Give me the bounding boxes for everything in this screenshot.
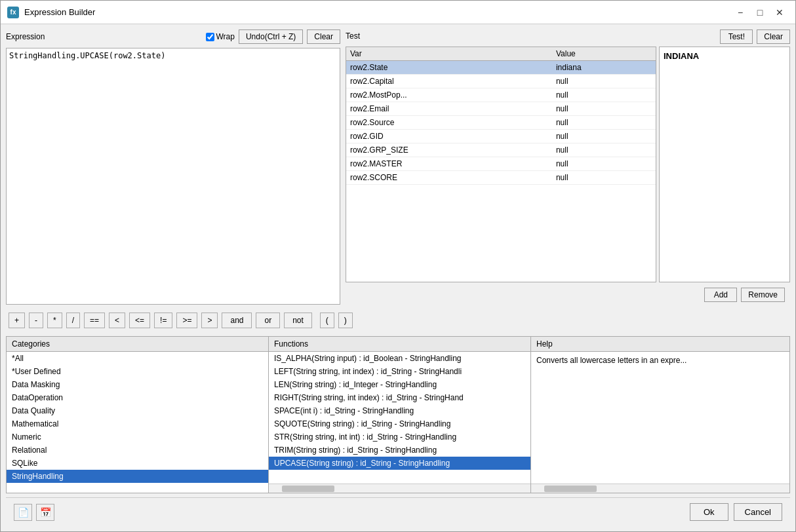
title-bar: fx Expression Builder − □ ✕: [1, 1, 795, 24]
test-panel: Test Test! Clear Var Value: [346, 29, 790, 305]
expression-textarea[interactable]: [6, 48, 340, 305]
add-button[interactable]: Add: [704, 288, 737, 302]
var-cell: row2.GID: [346, 130, 552, 143]
help-scrollbar-h[interactable]: [531, 484, 789, 493]
category-item[interactable]: Mathematical: [7, 417, 268, 430]
help-scroll-thumb-h: [544, 485, 597, 492]
test-result: INDIANA: [659, 47, 790, 282]
close-button[interactable]: ✕: [770, 5, 789, 20]
top-panels: Expression Wrap Undo(Ctrl + Z) Clear Tes: [6, 29, 790, 305]
functions-panel: Functions IS_ALPHA(String input) : id_Bo…: [269, 337, 531, 493]
op-open-paren[interactable]: (: [320, 313, 334, 328]
op-plus[interactable]: +: [9, 313, 25, 328]
op-and[interactable]: and: [222, 313, 252, 328]
table-row[interactable]: row2.Sourcenull: [346, 116, 656, 130]
function-item[interactable]: RIGHT(String string, int index) : id_Str…: [269, 391, 530, 404]
ok-button[interactable]: Ok: [690, 503, 728, 521]
categories-header: Categories: [7, 337, 268, 352]
op-eq[interactable]: ==: [84, 313, 105, 328]
undo-button[interactable]: Undo(Ctrl + Z): [239, 29, 303, 44]
var-cell: row2.State: [346, 61, 552, 75]
var-cell: row2.Capital: [346, 75, 552, 88]
op-multiply[interactable]: *: [47, 313, 62, 328]
table-row[interactable]: row2.SCOREnull: [346, 171, 656, 185]
op-ne[interactable]: !=: [154, 313, 172, 328]
category-item[interactable]: SQLike: [7, 457, 268, 470]
table-row[interactable]: row2.MASTERnull: [346, 157, 656, 171]
category-item[interactable]: *User Defined: [7, 365, 268, 378]
table-row[interactable]: row2.GRP_SIZEnull: [346, 143, 656, 157]
expression-toolbar: Wrap Undo(Ctrl + Z) Clear: [206, 29, 341, 44]
test-label: Test: [346, 31, 360, 41]
window-controls: − □ ✕: [731, 5, 789, 20]
footer: 📄 📅 Ok Cancel: [6, 497, 790, 526]
minimize-button[interactable]: −: [731, 5, 749, 20]
functions-scroll-thumb-h: [282, 485, 334, 492]
remove-button[interactable]: Remove: [741, 288, 785, 302]
test-button[interactable]: Test!: [720, 29, 753, 44]
help-header: Help: [531, 337, 789, 352]
cancel-button[interactable]: Cancel: [734, 503, 782, 521]
expression-clear-button[interactable]: Clear: [307, 29, 340, 44]
category-item[interactable]: Relational: [7, 444, 268, 457]
operators-bar: + - * / == < <= != >= > and or not ( ): [6, 309, 790, 332]
var-cell: row2.MostPop...: [346, 88, 552, 102]
icon-btn-1[interactable]: 📄: [14, 504, 32, 521]
op-gt[interactable]: >: [201, 313, 218, 328]
var-cell: row2.GRP_SIZE: [346, 143, 552, 157]
function-item[interactable]: SPACE(int i) : id_String - StringHandlin…: [269, 404, 530, 417]
function-item[interactable]: SQUOTE(String string) : id_String - Stri…: [269, 417, 530, 430]
function-item[interactable]: LEFT(String string, int index) : id_Stri…: [269, 365, 530, 378]
value-cell: null: [552, 102, 656, 116]
value-cell: null: [552, 171, 656, 185]
function-item[interactable]: LEN(String string) : id_Integer - String…: [269, 378, 530, 391]
table-row[interactable]: row2.Stateindiana: [346, 61, 656, 75]
test-table: Var Value row2.Stateindianarow2.Capitaln…: [346, 47, 656, 185]
help-panel: Help Converts all lowercase letters in a…: [531, 337, 789, 493]
functions-header: Functions: [269, 337, 530, 352]
category-item[interactable]: Data Quality: [7, 404, 268, 417]
window-icon: fx: [7, 7, 19, 18]
functions-scrollbar-h[interactable]: [269, 484, 530, 493]
bottom-panels: Categories *All*User DefinedData Masking…: [6, 336, 790, 493]
function-item[interactable]: STR(String string, int int) : id_String …: [269, 430, 530, 444]
op-minus[interactable]: -: [29, 313, 43, 328]
test-clear-button[interactable]: Clear: [757, 29, 790, 44]
main-content: Expression Wrap Undo(Ctrl + Z) Clear Tes: [1, 24, 795, 531]
op-lt[interactable]: <: [109, 313, 125, 328]
var-col-header: Var: [346, 47, 552, 61]
expression-label: Expression: [6, 32, 45, 41]
table-row[interactable]: row2.Capitalnull: [346, 75, 656, 88]
function-item[interactable]: IS_ALPHA(String input) : id_Boolean - St…: [269, 352, 530, 365]
functions-list: IS_ALPHA(String input) : id_Boolean - St…: [269, 352, 530, 484]
icon-btn-2[interactable]: 📅: [36, 504, 54, 521]
categories-panel: Categories *All*User DefinedData Masking…: [7, 337, 269, 493]
value-cell: null: [552, 143, 656, 157]
test-table-wrap: Var Value row2.Stateindianarow2.Capitaln…: [346, 47, 656, 282]
window-title: Expression Builder: [24, 7, 726, 17]
category-item[interactable]: Numeric: [7, 430, 268, 444]
maximize-button[interactable]: □: [751, 5, 769, 20]
value-cell: null: [552, 75, 656, 88]
op-not[interactable]: not: [284, 313, 312, 328]
value-cell: null: [552, 157, 656, 171]
function-item[interactable]: UPCASE(String string) : id_String - Stri…: [269, 457, 530, 470]
op-or[interactable]: or: [256, 313, 280, 328]
table-row[interactable]: row2.GIDnull: [346, 130, 656, 143]
table-row[interactable]: row2.MostPop...null: [346, 88, 656, 102]
category-item[interactable]: *All: [7, 352, 268, 365]
value-col-header: Value: [552, 47, 656, 61]
value-cell: null: [552, 130, 656, 143]
op-gte[interactable]: >=: [176, 313, 197, 328]
table-row[interactable]: row2.Emailnull: [346, 102, 656, 116]
category-item[interactable]: StringHandling: [7, 470, 268, 483]
op-divide[interactable]: /: [66, 313, 80, 328]
function-item[interactable]: TRIM(String string) : id_String - String…: [269, 444, 530, 457]
op-close-paren[interactable]: ): [338, 313, 353, 328]
wrap-checkbox[interactable]: [206, 33, 214, 41]
add-remove-bar: Add Remove: [346, 285, 790, 305]
op-lte[interactable]: <=: [129, 313, 150, 328]
category-item[interactable]: DataOperation: [7, 391, 268, 404]
value-cell: null: [552, 116, 656, 130]
category-item[interactable]: Data Masking: [7, 378, 268, 391]
